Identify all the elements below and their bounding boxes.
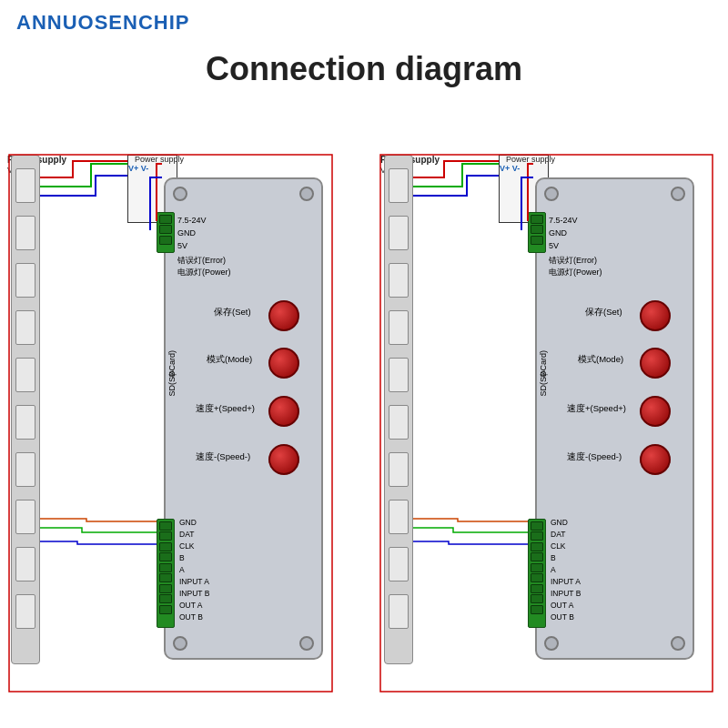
mount-hole-tr — [671, 187, 685, 201]
bot-label-8: OUT B — [179, 612, 209, 623]
pin — [531, 552, 543, 561]
bot-label-r4: A — [551, 564, 581, 576]
led-box — [15, 547, 35, 581]
led-box — [15, 594, 35, 629]
pin — [531, 563, 543, 572]
ctrl-bot-labels-left: GND DAT CLK B A INPUT A INPUT B OUT A OU… — [179, 517, 209, 623]
btn-mode-label-right: 模式(Mode) — [578, 354, 623, 366]
bot-label-0: GND — [179, 517, 209, 529]
term-block-top-right — [528, 212, 546, 253]
ctrl-label-voltage-right: 7.5-24V — [549, 214, 578, 227]
led-strip-right — [384, 155, 413, 664]
led-box — [15, 452, 35, 487]
led-box — [389, 594, 409, 629]
term-bot-right — [528, 519, 546, 628]
led-box — [15, 168, 35, 203]
led-box — [389, 405, 409, 440]
term-block-bot-left — [157, 519, 175, 628]
pin — [159, 605, 172, 614]
pin — [159, 584, 172, 593]
led-box — [389, 263, 409, 298]
ctrl-label-gnd-right: GND — [549, 227, 578, 239]
pin — [531, 542, 543, 551]
led-box — [389, 547, 409, 581]
pin — [159, 542, 172, 551]
pin — [531, 605, 543, 614]
led-box — [389, 452, 409, 487]
term-top-left — [157, 212, 175, 253]
pin — [159, 531, 172, 541]
pin — [159, 215, 172, 224]
btn-spminus-left[interactable] — [268, 444, 299, 475]
bot-label-r8: OUT B — [551, 612, 581, 623]
bot-label-r1: DAT — [551, 529, 581, 541]
ctrl-label-voltage-left: 7.5-24V — [177, 214, 207, 227]
btn-spminus-label-right: 速度-(Speed-) — [567, 451, 622, 463]
mount-hole-bl — [173, 636, 187, 651]
ctrl-sd-left: SD卡(SDCard) — [167, 350, 177, 397]
bot-label-r6: INPUT B — [551, 588, 581, 600]
bot-label-7: OUT A — [179, 600, 209, 612]
ps-box-vpm-right: V+ V- — [500, 164, 520, 173]
ps-box-label-right: Power supply — [506, 155, 555, 164]
term-block-bot-right — [528, 519, 546, 628]
led-box — [15, 310, 35, 345]
pin — [531, 236, 543, 245]
term-block-top-left — [157, 212, 175, 253]
ctrl-power-label-left: 电源灯(Power) — [177, 267, 231, 278]
bot-label-r5: INPUT A — [551, 576, 581, 588]
pin — [531, 521, 543, 531]
pin — [159, 236, 172, 245]
pin — [159, 594, 172, 603]
mount-hole-br — [299, 636, 314, 651]
btn-mode-right[interactable] — [640, 348, 671, 379]
pin — [159, 552, 172, 561]
btn-spplus-label-right: 速度+(Speed+) — [567, 403, 626, 415]
diagram-area: Power supply V+ V- V+ V- Power supply 7 — [0, 105, 728, 728]
ctrl-label-5v-left: 5V — [177, 239, 207, 252]
mount-hole-br — [671, 636, 685, 651]
ctrl-sd-right: SD卡(SDCard) — [538, 350, 550, 397]
btn-spplus-left[interactable] — [268, 396, 299, 427]
led-box — [389, 168, 409, 203]
bot-label-r3: B — [551, 552, 581, 564]
bot-label-6: INPUT B — [179, 588, 209, 600]
led-box — [389, 358, 409, 392]
led-box — [389, 310, 409, 345]
btn-set-right[interactable] — [640, 300, 671, 331]
term-bot-left — [157, 519, 175, 628]
pin — [531, 215, 543, 224]
bot-label-5: INPUT A — [179, 576, 209, 588]
led-box — [15, 263, 35, 298]
btn-spplus-right[interactable] — [640, 396, 671, 427]
ctrl-error-label-left: 错误灯(Error) — [177, 255, 231, 267]
btn-set-label-right: 保存(Set) — [585, 307, 622, 318]
pin — [159, 521, 172, 531]
ctrl-error-right: 错误灯(Error) 电源灯(Power) — [549, 255, 602, 278]
pin — [159, 563, 172, 572]
btn-set-label-left: 保存(Set) — [214, 307, 251, 318]
ctrl-bot-labels-right: GND DAT CLK B A INPUT A INPUT B OUT A OU… — [551, 517, 581, 623]
ps-box-vpm-left: V+ V- — [128, 164, 148, 173]
term-top-right — [528, 212, 546, 253]
btn-spplus-label-left: 速度+(Speed+) — [196, 403, 255, 415]
pin — [531, 531, 543, 541]
pin — [531, 584, 543, 593]
ctrl-error-left: 错误灯(Error) 电源灯(Power) — [177, 255, 231, 278]
btn-spminus-right[interactable] — [640, 444, 671, 475]
led-box — [15, 216, 35, 250]
ctrl-labels-right: 7.5-24V GND 5V — [549, 214, 578, 252]
led-box — [15, 358, 35, 392]
bot-label-4: A — [179, 564, 209, 576]
mount-hole-tr — [299, 187, 314, 201]
pin — [531, 594, 543, 603]
btn-mode-label-left: 模式(Mode) — [207, 354, 252, 366]
btn-set-left[interactable] — [268, 300, 299, 331]
bot-label-r0: GND — [551, 517, 581, 529]
btn-mode-left[interactable] — [268, 348, 299, 379]
pin — [159, 573, 172, 582]
pin — [159, 225, 172, 234]
page-title: Connection diagram — [0, 50, 728, 88]
bot-label-2: CLK — [179, 541, 209, 552]
bot-label-r2: CLK — [551, 541, 581, 552]
